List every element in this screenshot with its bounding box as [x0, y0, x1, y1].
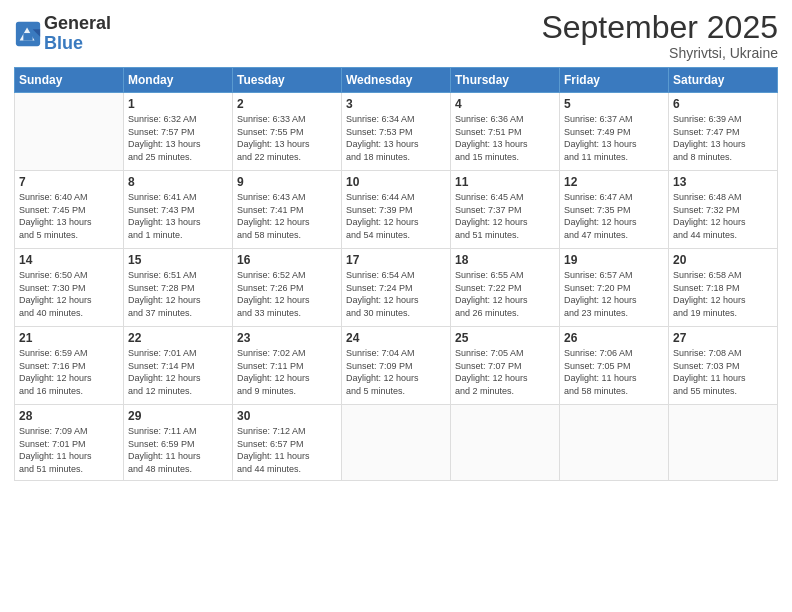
day-number: 7 [19, 175, 119, 189]
day-number: 16 [237, 253, 337, 267]
calendar-cell: 13Sunrise: 6:48 AMSunset: 7:32 PMDayligh… [669, 171, 778, 249]
calendar-cell [342, 405, 451, 480]
calendar-cell: 8Sunrise: 6:41 AMSunset: 7:43 PMDaylight… [124, 171, 233, 249]
day-info: Sunrise: 6:58 AMSunset: 7:18 PMDaylight:… [673, 269, 773, 319]
day-number: 8 [128, 175, 228, 189]
col-tuesday: Tuesday [233, 68, 342, 93]
day-number: 11 [455, 175, 555, 189]
month-title: September 2025 [541, 10, 778, 45]
title-block: September 2025 Shyrivtsi, Ukraine [541, 10, 778, 61]
day-info: Sunrise: 6:45 AMSunset: 7:37 PMDaylight:… [455, 191, 555, 241]
col-thursday: Thursday [451, 68, 560, 93]
day-number: 13 [673, 175, 773, 189]
day-info: Sunrise: 7:06 AMSunset: 7:05 PMDaylight:… [564, 347, 664, 397]
col-monday: Monday [124, 68, 233, 93]
calendar-cell: 20Sunrise: 6:58 AMSunset: 7:18 PMDayligh… [669, 249, 778, 327]
day-info: Sunrise: 7:12 AMSunset: 6:57 PMDaylight:… [237, 425, 337, 475]
day-number: 23 [237, 331, 337, 345]
calendar-cell: 27Sunrise: 7:08 AMSunset: 7:03 PMDayligh… [669, 327, 778, 405]
day-info: Sunrise: 6:44 AMSunset: 7:39 PMDaylight:… [346, 191, 446, 241]
day-info: Sunrise: 6:52 AMSunset: 7:26 PMDaylight:… [237, 269, 337, 319]
col-sunday: Sunday [15, 68, 124, 93]
day-number: 26 [564, 331, 664, 345]
day-number: 22 [128, 331, 228, 345]
calendar-cell: 10Sunrise: 6:44 AMSunset: 7:39 PMDayligh… [342, 171, 451, 249]
day-info: Sunrise: 6:54 AMSunset: 7:24 PMDaylight:… [346, 269, 446, 319]
day-info: Sunrise: 6:48 AMSunset: 7:32 PMDaylight:… [673, 191, 773, 241]
day-info: Sunrise: 6:50 AMSunset: 7:30 PMDaylight:… [19, 269, 119, 319]
calendar-cell: 15Sunrise: 6:51 AMSunset: 7:28 PMDayligh… [124, 249, 233, 327]
day-number: 27 [673, 331, 773, 345]
calendar-cell: 12Sunrise: 6:47 AMSunset: 7:35 PMDayligh… [560, 171, 669, 249]
calendar-week-0: 1Sunrise: 6:32 AMSunset: 7:57 PMDaylight… [15, 93, 778, 171]
calendar-cell: 4Sunrise: 6:36 AMSunset: 7:51 PMDaylight… [451, 93, 560, 171]
calendar-cell: 19Sunrise: 6:57 AMSunset: 7:20 PMDayligh… [560, 249, 669, 327]
day-info: Sunrise: 6:33 AMSunset: 7:55 PMDaylight:… [237, 113, 337, 163]
day-number: 24 [346, 331, 446, 345]
day-number: 9 [237, 175, 337, 189]
day-number: 25 [455, 331, 555, 345]
calendar-cell: 7Sunrise: 6:40 AMSunset: 7:45 PMDaylight… [15, 171, 124, 249]
calendar-week-1: 7Sunrise: 6:40 AMSunset: 7:45 PMDaylight… [15, 171, 778, 249]
day-number: 1 [128, 97, 228, 111]
day-number: 15 [128, 253, 228, 267]
calendar-cell: 11Sunrise: 6:45 AMSunset: 7:37 PMDayligh… [451, 171, 560, 249]
day-info: Sunrise: 6:43 AMSunset: 7:41 PMDaylight:… [237, 191, 337, 241]
calendar-cell: 1Sunrise: 6:32 AMSunset: 7:57 PMDaylight… [124, 93, 233, 171]
logo-text: General Blue [44, 14, 111, 54]
day-info: Sunrise: 7:04 AMSunset: 7:09 PMDaylight:… [346, 347, 446, 397]
day-number: 4 [455, 97, 555, 111]
calendar-cell: 29Sunrise: 7:11 AMSunset: 6:59 PMDayligh… [124, 405, 233, 480]
day-info: Sunrise: 7:05 AMSunset: 7:07 PMDaylight:… [455, 347, 555, 397]
day-info: Sunrise: 6:47 AMSunset: 7:35 PMDaylight:… [564, 191, 664, 241]
calendar-header: Sunday Monday Tuesday Wednesday Thursday… [15, 68, 778, 93]
day-number: 19 [564, 253, 664, 267]
calendar-cell [560, 405, 669, 480]
day-number: 28 [19, 409, 119, 423]
col-friday: Friday [560, 68, 669, 93]
calendar-cell: 17Sunrise: 6:54 AMSunset: 7:24 PMDayligh… [342, 249, 451, 327]
calendar-cell [669, 405, 778, 480]
calendar-body: 1Sunrise: 6:32 AMSunset: 7:57 PMDaylight… [15, 93, 778, 480]
calendar-cell: 14Sunrise: 6:50 AMSunset: 7:30 PMDayligh… [15, 249, 124, 327]
calendar-cell: 30Sunrise: 7:12 AMSunset: 6:57 PMDayligh… [233, 405, 342, 480]
calendar-cell: 22Sunrise: 7:01 AMSunset: 7:14 PMDayligh… [124, 327, 233, 405]
calendar-cell: 23Sunrise: 7:02 AMSunset: 7:11 PMDayligh… [233, 327, 342, 405]
day-info: Sunrise: 7:09 AMSunset: 7:01 PMDaylight:… [19, 425, 119, 475]
day-number: 30 [237, 409, 337, 423]
calendar-table: Sunday Monday Tuesday Wednesday Thursday… [14, 67, 778, 480]
logo: General Blue [14, 14, 111, 54]
day-number: 2 [237, 97, 337, 111]
logo-general-text: General [44, 14, 111, 34]
day-number: 18 [455, 253, 555, 267]
location-subtitle: Shyrivtsi, Ukraine [541, 45, 778, 61]
header: General Blue September 2025 Shyrivtsi, U… [14, 10, 778, 61]
day-number: 14 [19, 253, 119, 267]
day-info: Sunrise: 7:11 AMSunset: 6:59 PMDaylight:… [128, 425, 228, 475]
calendar-cell: 3Sunrise: 6:34 AMSunset: 7:53 PMDaylight… [342, 93, 451, 171]
svg-rect-2 [23, 33, 32, 40]
day-info: Sunrise: 7:01 AMSunset: 7:14 PMDaylight:… [128, 347, 228, 397]
day-number: 20 [673, 253, 773, 267]
calendar-week-2: 14Sunrise: 6:50 AMSunset: 7:30 PMDayligh… [15, 249, 778, 327]
day-info: Sunrise: 6:36 AMSunset: 7:51 PMDaylight:… [455, 113, 555, 163]
day-info: Sunrise: 6:51 AMSunset: 7:28 PMDaylight:… [128, 269, 228, 319]
calendar-cell: 9Sunrise: 6:43 AMSunset: 7:41 PMDaylight… [233, 171, 342, 249]
day-info: Sunrise: 6:37 AMSunset: 7:49 PMDaylight:… [564, 113, 664, 163]
day-info: Sunrise: 7:08 AMSunset: 7:03 PMDaylight:… [673, 347, 773, 397]
day-number: 17 [346, 253, 446, 267]
calendar-cell: 5Sunrise: 6:37 AMSunset: 7:49 PMDaylight… [560, 93, 669, 171]
header-row: Sunday Monday Tuesday Wednesday Thursday… [15, 68, 778, 93]
day-number: 3 [346, 97, 446, 111]
day-number: 21 [19, 331, 119, 345]
calendar-cell [15, 93, 124, 171]
calendar-cell: 25Sunrise: 7:05 AMSunset: 7:07 PMDayligh… [451, 327, 560, 405]
col-saturday: Saturday [669, 68, 778, 93]
calendar-cell: 6Sunrise: 6:39 AMSunset: 7:47 PMDaylight… [669, 93, 778, 171]
day-number: 10 [346, 175, 446, 189]
day-number: 12 [564, 175, 664, 189]
calendar-week-4: 28Sunrise: 7:09 AMSunset: 7:01 PMDayligh… [15, 405, 778, 480]
day-info: Sunrise: 6:57 AMSunset: 7:20 PMDaylight:… [564, 269, 664, 319]
day-info: Sunrise: 6:34 AMSunset: 7:53 PMDaylight:… [346, 113, 446, 163]
calendar-cell: 18Sunrise: 6:55 AMSunset: 7:22 PMDayligh… [451, 249, 560, 327]
